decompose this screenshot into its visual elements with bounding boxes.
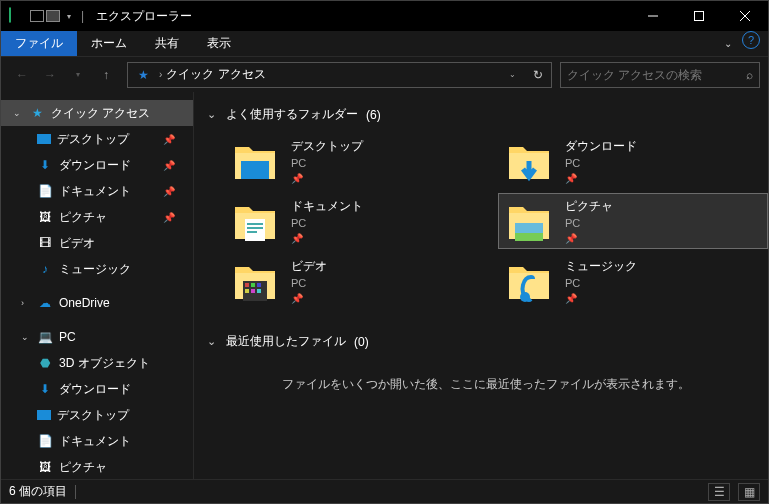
expand-ribbon-icon[interactable]: ⌄ xyxy=(718,31,738,56)
chevron-down-icon: ⌄ xyxy=(204,335,218,348)
tab-file[interactable]: ファイル xyxy=(1,31,77,56)
sidebar-item-downloads[interactable]: ⬇ダウンロード📌 xyxy=(1,152,193,178)
folder-item[interactable]: ダウンロード PC 📌 xyxy=(498,133,768,189)
nav-forward-button[interactable]: → xyxy=(37,62,63,88)
search-box[interactable]: ⌕ xyxy=(560,62,760,88)
view-details-button[interactable]: ☰ xyxy=(708,483,730,501)
folder-name: ドキュメント xyxy=(291,198,363,215)
svg-rect-14 xyxy=(251,283,255,287)
svg-rect-11 xyxy=(515,233,543,241)
qat-dropdown-icon[interactable]: ▾ xyxy=(61,8,77,24)
window-title: エクスプローラー xyxy=(96,8,192,25)
folder-item[interactable]: ピクチャ PC 📌 xyxy=(498,193,768,249)
address-segment[interactable]: クイック アクセス xyxy=(166,66,265,83)
svg-rect-4 xyxy=(241,161,269,179)
sidebar-item-pictures[interactable]: 🖼ピクチャ📌 xyxy=(1,204,193,230)
svg-rect-17 xyxy=(251,289,255,293)
qat-newfolder-icon[interactable] xyxy=(45,8,61,24)
navbar: ← → ▾ ↑ ★ › クイック アクセス ⌄ ↻ ⌕ xyxy=(1,56,768,92)
pictures-icon: 🖼 xyxy=(37,209,53,225)
sidebar-item-label: デスクトップ xyxy=(57,407,129,424)
address-dropdown-icon[interactable]: ⌄ xyxy=(499,62,525,88)
svg-rect-18 xyxy=(257,289,261,293)
folder-icon xyxy=(231,257,279,305)
svg-rect-10 xyxy=(515,223,543,233)
pin-icon: 📌 xyxy=(291,173,363,184)
sidebar-item-3d-objects[interactable]: ⬣3D オブジェクト xyxy=(1,350,193,376)
close-button[interactable] xyxy=(722,1,768,31)
downloads-icon: ⬇ xyxy=(37,381,53,397)
sidebar-item-label: ダウンロード xyxy=(59,381,131,398)
sidebar-item-label: ピクチャ xyxy=(59,209,107,226)
section-frequent-header[interactable]: ⌄ よく使用するフォルダー (6) xyxy=(204,102,768,133)
sidebar-item-pc[interactable]: ⌄💻PC xyxy=(1,324,193,350)
folder-name: ビデオ xyxy=(291,258,327,275)
sidebar-item-quick-access[interactable]: ⌄★ クイック アクセス xyxy=(1,100,193,126)
pin-icon: 📌 xyxy=(291,293,327,304)
tab-home[interactable]: ホーム xyxy=(77,31,141,56)
folder-icon xyxy=(231,137,279,185)
svg-rect-15 xyxy=(257,283,261,287)
view-large-icons-button[interactable]: ▦ xyxy=(738,483,760,501)
qat-properties-icon[interactable] xyxy=(29,8,45,24)
svg-rect-13 xyxy=(245,283,249,287)
folder-item[interactable]: ミュージック PC 📌 xyxy=(498,253,768,309)
cube-icon: ⬣ xyxy=(37,355,53,371)
sidebar-item-label: ビデオ xyxy=(59,235,95,252)
folder-icon xyxy=(231,197,279,245)
sidebar-item-desktop-pc[interactable]: デスクトップ xyxy=(1,402,193,428)
sidebar-item-pictures-pc[interactable]: 🖼ピクチャ xyxy=(1,454,193,479)
address-bar[interactable]: ★ › クイック アクセス ⌄ ↻ xyxy=(127,62,552,88)
statusbar: 6 個の項目 ☰ ▦ xyxy=(1,479,768,503)
star-icon: ★ xyxy=(138,68,149,82)
sidebar-item-videos[interactable]: 🎞ビデオ xyxy=(1,230,193,256)
pin-icon: 📌 xyxy=(163,212,175,223)
chevron-right-icon: › xyxy=(159,69,162,80)
onedrive-icon: ☁ xyxy=(37,295,53,311)
search-icon[interactable]: ⌕ xyxy=(746,68,753,82)
section-recent-header[interactable]: ⌄ 最近使用したファイル (0) xyxy=(204,329,768,360)
help-icon[interactable]: ? xyxy=(742,31,760,49)
maximize-button[interactable] xyxy=(676,1,722,31)
folder-location: PC xyxy=(565,157,637,169)
folder-item[interactable]: デスクトップ PC 📌 xyxy=(224,133,494,189)
nav-history-dropdown[interactable]: ▾ xyxy=(65,62,91,88)
section-label: 最近使用したファイル xyxy=(226,333,346,350)
sidebar-item-label: クイック アクセス xyxy=(51,105,150,122)
sidebar-item-onedrive[interactable]: ›☁OneDrive xyxy=(1,290,193,316)
svg-rect-6 xyxy=(247,223,263,225)
sidebar-item-label: ドキュメント xyxy=(59,183,131,200)
pin-icon: 📌 xyxy=(163,160,175,171)
sidebar-item-label: デスクトップ xyxy=(57,131,129,148)
sidebar-item-documents[interactable]: 📄ドキュメント📌 xyxy=(1,178,193,204)
music-icon: ♪ xyxy=(37,261,53,277)
refresh-icon[interactable]: ↻ xyxy=(525,68,551,82)
svg-rect-7 xyxy=(247,227,263,229)
nav-up-button[interactable]: ↑ xyxy=(93,62,119,88)
documents-icon: 📄 xyxy=(37,433,53,449)
sidebar-item-music[interactable]: ♪ミュージック xyxy=(1,256,193,282)
pin-icon: 📌 xyxy=(163,186,175,197)
pin-icon: 📌 xyxy=(565,293,637,304)
folder-item[interactable]: ドキュメント PC 📌 xyxy=(224,193,494,249)
search-input[interactable] xyxy=(567,68,746,82)
tab-view[interactable]: 表示 xyxy=(193,31,245,56)
svg-rect-5 xyxy=(245,219,265,241)
svg-rect-16 xyxy=(245,289,249,293)
sidebar: ⌄★ クイック アクセス デスクトップ📌 ⬇ダウンロード📌 📄ドキュメント📌 🖼… xyxy=(1,92,194,479)
folder-grid: デスクトップ PC 📌 ダウンロード PC 📌 ドキュメント PC xyxy=(204,133,768,329)
pin-icon: 📌 xyxy=(565,173,637,184)
content-pane: ⌄ よく使用するフォルダー (6) デスクトップ PC 📌 xyxy=(194,92,768,479)
sidebar-item-label: ドキュメント xyxy=(59,433,131,450)
sidebar-item-desktop[interactable]: デスクトップ📌 xyxy=(1,126,193,152)
folder-location: PC xyxy=(565,277,637,289)
minimize-button[interactable] xyxy=(630,1,676,31)
folder-item[interactable]: ビデオ PC 📌 xyxy=(224,253,494,309)
nav-back-button[interactable]: ← xyxy=(9,62,35,88)
sidebar-item-label: ダウンロード xyxy=(59,157,131,174)
tab-share[interactable]: 共有 xyxy=(141,31,193,56)
sidebar-item-documents-pc[interactable]: 📄ドキュメント xyxy=(1,428,193,454)
sidebar-item-label: ピクチャ xyxy=(59,459,107,476)
pc-icon: 💻 xyxy=(37,329,53,345)
sidebar-item-downloads-pc[interactable]: ⬇ダウンロード xyxy=(1,376,193,402)
